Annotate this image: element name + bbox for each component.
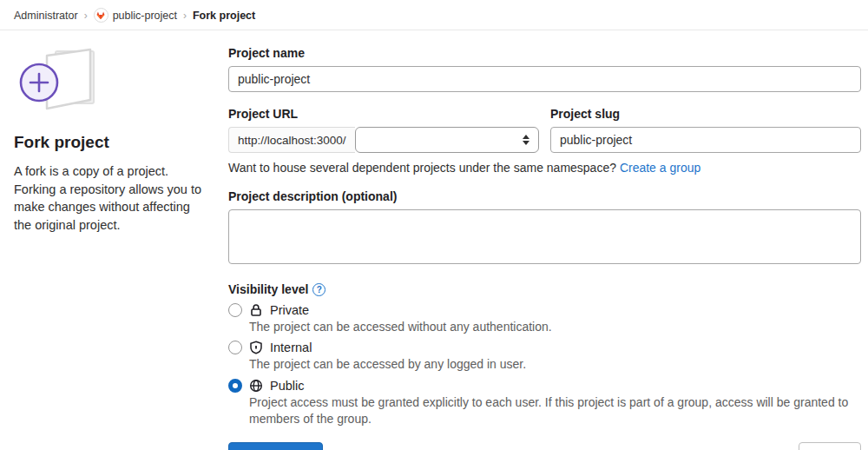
- visibility-level-label: Visibility level: [228, 282, 308, 296]
- fork-info-panel: Fork project A fork is a copy of a proje…: [14, 46, 228, 450]
- breadcrumb-current-page: Fork project: [193, 10, 255, 22]
- project-description-label: Project description (optional): [228, 189, 861, 203]
- namespace-select[interactable]: [355, 127, 539, 153]
- public-option-label[interactable]: Public: [270, 379, 305, 393]
- create-group-link[interactable]: Create a group: [620, 161, 700, 175]
- breadcrumb-project-label: public-project: [113, 10, 177, 22]
- breadcrumb: Administrator › public-project › Fork pr…: [0, 0, 868, 30]
- project-name-input[interactable]: [228, 66, 861, 92]
- project-slug-label: Project slug: [550, 107, 861, 121]
- tanuki-icon: [96, 11, 105, 20]
- private-option-label[interactable]: Private: [270, 303, 309, 317]
- namespace-hint: Want to house several dependent projects…: [228, 161, 861, 175]
- fork-project-button[interactable]: Fork project: [228, 442, 323, 450]
- page-description-line2: Forking a repository allows you to make …: [14, 182, 201, 232]
- internal-option-description: The project can be accessed by any logge…: [249, 356, 861, 373]
- page-description-line1: A fork is a copy of a project.: [14, 164, 168, 178]
- project-avatar: [94, 8, 108, 23]
- project-name-label: Project name: [228, 46, 861, 60]
- breadcrumb-separator: ›: [183, 10, 187, 22]
- visibility-option-public: Public Project access must be granted ex…: [228, 379, 861, 428]
- project-url-prefix: http://localhost:3000/: [228, 127, 355, 153]
- project-url-label: Project URL: [228, 107, 539, 121]
- visibility-option-internal: Internal The project can be accessed by …: [228, 341, 861, 373]
- breadcrumb-project[interactable]: public-project: [94, 8, 177, 23]
- project-slug-group: Project slug: [550, 107, 861, 153]
- private-option-description: The project can be accessed without any …: [249, 319, 861, 335]
- lock-icon: [249, 303, 263, 317]
- fork-project-page: Fork project A fork is a copy of a proje…: [0, 30, 868, 450]
- select-arrows-icon: [523, 135, 529, 145]
- internal-option-label[interactable]: Internal: [270, 341, 312, 354]
- namespace-hint-text: Want to house several dependent projects…: [228, 161, 616, 175]
- public-radio[interactable]: [228, 379, 242, 393]
- project-slug-input[interactable]: [550, 127, 861, 153]
- public-option-description: Project access must be granted explicitl…: [249, 394, 861, 428]
- fork-illustration: [14, 46, 104, 116]
- project-url-group: Project URL http://localhost:3000/: [228, 107, 539, 153]
- private-radio[interactable]: [228, 303, 242, 317]
- help-question-icon[interactable]: ?: [312, 283, 326, 296]
- visibility-option-private: Private The project can be accessed with…: [228, 303, 861, 335]
- fork-project-form: Project name Project URL http://localhos…: [228, 46, 861, 450]
- shield-icon: [249, 341, 263, 354]
- internal-radio[interactable]: [228, 341, 242, 354]
- earth-icon: [249, 379, 263, 393]
- page-title: Fork project: [14, 133, 211, 152]
- page-description: A fork is a copy of a project. Forking a…: [14, 162, 211, 234]
- project-description-textarea[interactable]: [228, 209, 861, 264]
- cancel-button[interactable]: Cancel: [799, 442, 861, 450]
- breadcrumb-administrator[interactable]: Administrator: [14, 10, 78, 22]
- breadcrumb-separator: ›: [84, 10, 88, 22]
